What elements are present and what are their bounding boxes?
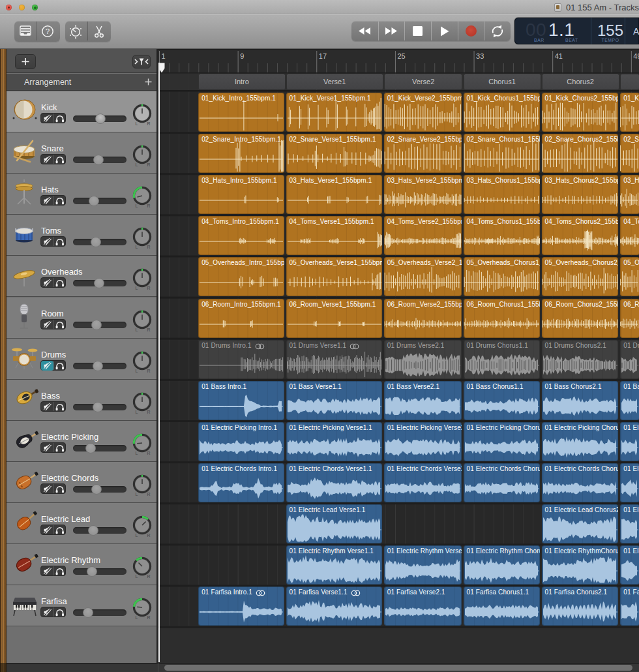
svg-text:L: L [135, 574, 138, 579]
svg-text:L: L [135, 162, 138, 167]
svg-text:25: 25 [397, 52, 405, 60]
svg-text:R: R [147, 245, 150, 249]
svg-text:R: R [147, 162, 150, 167]
svg-text:41: 41 [555, 52, 563, 60]
svg-text:R: R [147, 410, 150, 414]
svg-text:R: R [147, 574, 150, 579]
svg-text:L: L [135, 204, 138, 208]
svg-text:9: 9 [240, 52, 244, 60]
svg-text:1: 1 [162, 52, 166, 60]
svg-text:L: L [135, 451, 138, 455]
svg-text:R: R [147, 121, 150, 126]
svg-text:L: L [135, 533, 138, 538]
svg-text:L: L [135, 121, 138, 126]
svg-text:49: 49 [633, 52, 639, 60]
svg-text:L: L [135, 615, 138, 620]
svg-text:L: L [135, 410, 138, 414]
svg-text:L: L [135, 492, 138, 496]
svg-text:R: R [147, 451, 150, 455]
svg-text:R: R [147, 328, 150, 332]
svg-text:L: L [135, 328, 138, 332]
svg-text:17: 17 [319, 52, 327, 60]
svg-text:R: R [147, 204, 150, 208]
svg-text:R: R [147, 286, 150, 290]
svg-text:L: L [135, 245, 138, 249]
svg-text:R: R [147, 369, 150, 373]
svg-text:L: L [135, 286, 138, 290]
svg-text:R: R [147, 615, 150, 620]
svg-text:33: 33 [476, 52, 484, 60]
svg-text:?: ? [46, 27, 50, 35]
svg-text:R: R [147, 492, 150, 496]
svg-text:R: R [147, 533, 150, 538]
svg-text:L: L [135, 369, 138, 373]
